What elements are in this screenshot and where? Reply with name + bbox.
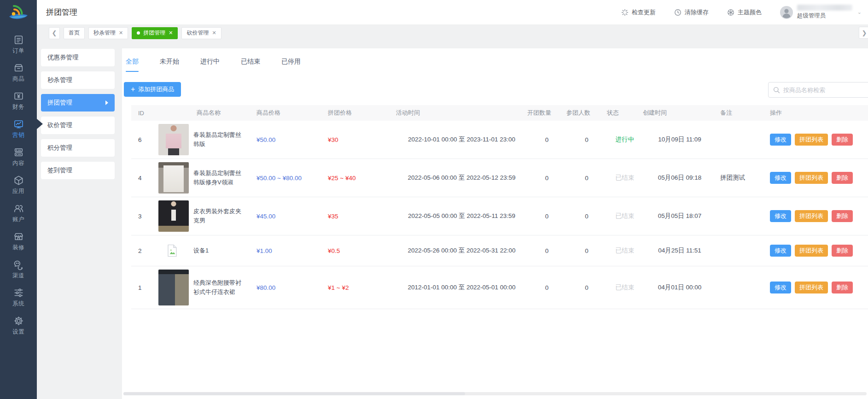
user-role: 超级管理员 — [797, 12, 852, 20]
user-texts: 超级管理员 — [797, 5, 852, 20]
user-menu[interactable]: 超级管理员 ⌄ — [780, 5, 862, 20]
delete-button[interactable]: 删除 — [832, 172, 853, 184]
cell-product: 春装新品定制蕾丝韩版 — [157, 121, 251, 159]
header-action-refresh[interactable]: 检查更新 — [621, 8, 656, 17]
sidebar-item-label: 账户 — [12, 216, 24, 223]
cell-created-time: 04月01日 00:00 — [643, 266, 717, 309]
clock-icon — [674, 9, 682, 16]
marketing-submenu: 优惠券管理秒杀管理拼团管理砍价管理积分管理签到管理 — [37, 41, 119, 399]
sidebar-item-label: 营销 — [12, 131, 24, 139]
status-badge: 已结束 — [607, 159, 643, 197]
delete-button[interactable]: 删除 — [832, 134, 853, 146]
order-icon — [13, 34, 24, 46]
sidebar-item-content[interactable]: 内容 — [0, 143, 37, 171]
cell-id: 6 — [131, 121, 157, 159]
submenu-item-优惠券管理[interactable]: 优惠券管理 — [41, 49, 115, 66]
sidebar-item-order[interactable]: 订单 — [0, 30, 37, 59]
cell-remark — [717, 235, 753, 266]
edit-button[interactable]: 修改 — [770, 210, 791, 222]
delete-button[interactable]: 删除 — [832, 282, 853, 293]
edit-button[interactable]: 修改 — [770, 282, 791, 293]
cell-remark — [717, 121, 753, 159]
header-action-theme-color[interactable]: 主题颜色 — [727, 8, 762, 17]
product-name: 经典深色附腰带衬衫式牛仔连衣裙 — [193, 278, 241, 297]
sidebar-item-goods[interactable]: 商品 — [0, 59, 37, 87]
column-header-ID: ID — [131, 105, 157, 121]
header-action-clock[interactable]: 清除缓存 — [674, 8, 709, 17]
table-row: 3皮衣男装外套皮夹克男¥45.00¥352022-05-05 00:00 至 2… — [131, 197, 868, 235]
sidebar-item-decorate[interactable]: 装修 — [0, 227, 37, 255]
status-badge: 已结束 — [607, 197, 643, 235]
cell-actions: 修改拼团列表删除 — [753, 159, 868, 197]
horizontal-scrollbar[interactable] — [123, 392, 867, 395]
submenu-item-秒杀管理[interactable]: 秒杀管理 — [41, 71, 115, 89]
sidebar-item-label: 渠道 — [12, 272, 24, 280]
status-tab-全部[interactable]: 全部 — [126, 58, 139, 72]
opened-tab-首页[interactable]: 首页 — [64, 27, 85, 39]
brand-logo[interactable] — [0, 0, 37, 25]
opened-tab-砍价管理[interactable]: 砍价管理✕ — [181, 27, 221, 39]
cell-product-price: ¥45.00 — [251, 197, 322, 235]
group-list-button[interactable]: 拼团列表 — [795, 134, 828, 146]
sidebar-item-system[interactable]: 系统 — [0, 283, 37, 311]
cell-activity-time: 2022-05-06 00:00 至 2022-05-12 23:59 — [396, 159, 527, 197]
close-icon[interactable]: ✕ — [212, 30, 216, 36]
add-button-label: 添加拼团商品 — [138, 85, 174, 94]
column-header-备注: 备注 — [717, 105, 753, 121]
cell-opened-count: 0 — [527, 266, 566, 309]
add-group-product-button[interactable]: + 添加拼团商品 — [124, 82, 181, 97]
sidebar-item-settings[interactable]: 设置 — [0, 311, 37, 340]
system-icon — [13, 287, 24, 299]
tabs-scroll-right-button[interactable]: ❯ — [859, 27, 868, 39]
edit-button[interactable]: 修改 — [770, 172, 791, 184]
edit-button[interactable]: 修改 — [770, 245, 791, 257]
submenu-item-积分管理[interactable]: 积分管理 — [41, 139, 115, 157]
tab-label: 首页 — [69, 29, 80, 37]
search-input[interactable] — [783, 87, 868, 94]
close-icon[interactable]: ✕ — [119, 30, 123, 36]
horizontal-scrollbar-thumb[interactable] — [123, 392, 465, 395]
opened-tab-秒杀管理[interactable]: 秒杀管理✕ — [88, 27, 128, 39]
submenu-item-签到管理[interactable]: 签到管理 — [41, 162, 115, 179]
close-icon[interactable]: ✕ — [169, 30, 173, 36]
cell-product-price: ¥50.00 ~ ¥80.00 — [251, 159, 322, 197]
delete-button[interactable]: 删除 — [832, 210, 853, 222]
toolbar: + 添加拼团商品 — [124, 82, 868, 97]
status-tab-未开始[interactable]: 未开始 — [160, 58, 179, 72]
sidebar-item-label: 系统 — [12, 300, 24, 308]
status-tab-进行中[interactable]: 进行中 — [200, 58, 220, 72]
sidebar-item-label: 设置 — [12, 328, 24, 336]
tabs-scroll-left-button[interactable]: ❮ — [49, 27, 60, 39]
cell-actions: 修改拼团列表删除 — [753, 266, 868, 309]
cell-product: 经典深色附腰带衬衫式牛仔连衣裙 — [157, 266, 251, 309]
sidebar-item-channel[interactable]: 渠道 — [0, 255, 37, 283]
status-badge: 已结束 — [607, 266, 643, 309]
submenu-item-label: 优惠券管理 — [47, 53, 79, 62]
sidebar-item-label: 财务 — [12, 103, 24, 111]
edit-button[interactable]: 修改 — [770, 134, 791, 146]
cell-group-price: ¥25 ~ ¥40 — [322, 159, 396, 197]
product-cell: 经典深色附腰带衬衫式牛仔连衣裙 — [157, 270, 251, 305]
content-card: 全部未开始进行中已结束已停用 + 添加拼团商品 ID商品名称商品价格拼团价格活动… — [122, 48, 868, 399]
sidebar-item-marketing[interactable]: 营销 — [0, 115, 37, 143]
page-title: 拼团管理 — [46, 7, 77, 18]
goods-icon — [13, 62, 24, 74]
sidebar-item-apps[interactable]: 应用 — [0, 171, 37, 199]
group-list-button[interactable]: 拼团列表 — [795, 282, 828, 293]
group-list-button[interactable]: 拼团列表 — [795, 172, 828, 184]
status-tab-已停用[interactable]: 已停用 — [281, 58, 301, 72]
sidebar-item-label: 应用 — [12, 188, 24, 195]
sidebar-item-finance[interactable]: 财务 — [0, 87, 37, 115]
sidebar-item-account[interactable]: 账户 — [0, 199, 37, 227]
avatar — [780, 6, 793, 19]
group-list-button[interactable]: 拼团列表 — [795, 210, 828, 222]
column-header-开团数量: 开团数量 — [527, 105, 566, 121]
group-list-button[interactable]: 拼团列表 — [795, 245, 828, 257]
opened-tab-拼团管理[interactable]: 拼团管理✕ — [132, 27, 178, 39]
status-tab-已结束[interactable]: 已结束 — [241, 58, 260, 72]
submenu-item-砍价管理[interactable]: 砍价管理 — [41, 117, 115, 134]
cell-created-time: 05月06日 09:18 — [643, 159, 717, 197]
submenu-item-拼团管理[interactable]: 拼团管理 — [41, 94, 115, 111]
delete-button[interactable]: 删除 — [832, 245, 853, 257]
cell-remark — [717, 197, 753, 235]
